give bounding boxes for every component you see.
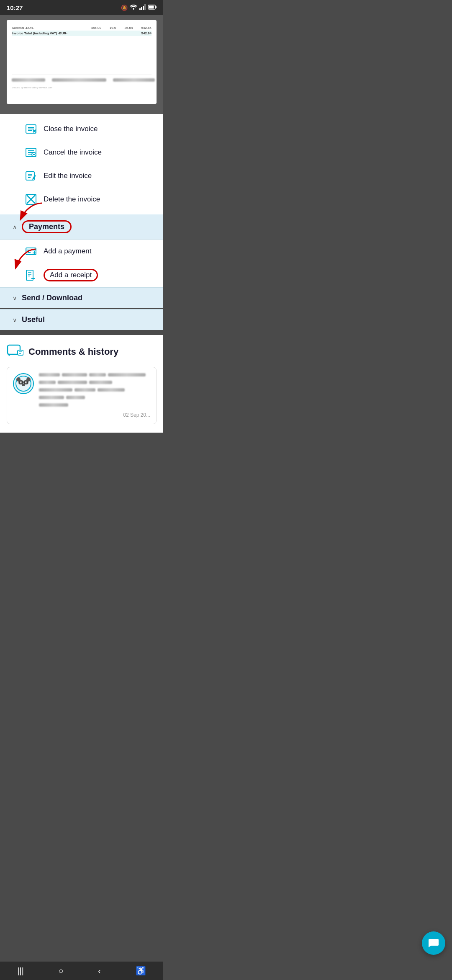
svg-rect-35 <box>18 350 23 355</box>
subtotal-val1: 456.00 <box>91 26 101 30</box>
payments-section-wrapper: ∧ Payments Add a payment <box>0 214 163 287</box>
svg-rect-7 <box>149 5 154 8</box>
delete-invoice-label: Delete the invoice <box>44 195 100 204</box>
arrow-to-payments <box>13 201 46 222</box>
svg-rect-6 <box>155 6 157 8</box>
comments-title: Comments & history <box>28 346 118 357</box>
comment-timestamp: 02 Sep 20... <box>39 412 150 418</box>
edit-invoice-icon <box>25 170 37 182</box>
menu-section: Close the invoice Cancel the invoice <box>0 114 163 214</box>
total-value: 542.64 <box>141 31 152 35</box>
cancel-invoice-label: Cancel the invoice <box>44 148 102 157</box>
avatar <box>13 373 34 394</box>
subtotal-val2: 19.0 <box>110 26 116 30</box>
subtotal-val4: 542.64 <box>141 26 152 30</box>
close-invoice-item[interactable]: Close the invoice <box>0 117 163 141</box>
subtotal-val3: 86.64 <box>125 26 133 30</box>
signal-icon <box>139 4 146 11</box>
edit-invoice-label: Edit the invoice <box>44 172 92 180</box>
battery-icon <box>148 5 157 11</box>
status-time: 10:27 <box>7 4 23 11</box>
send-download-label: Send / Download <box>22 294 82 302</box>
send-download-chevron: ∨ <box>13 295 17 302</box>
arrow-to-receipt <box>8 247 42 270</box>
send-download-section[interactable]: ∨ Send / Download <box>0 287 163 308</box>
mute-icon: 🔕 <box>121 5 128 11</box>
comment-text: 02 Sep 20... <box>39 373 150 418</box>
add-receipt-label: Add a receipt <box>50 271 92 279</box>
invoice-paper: Subtotal -EUR- 456.00 19.0 86.64 542.64 … <box>7 20 157 104</box>
svg-point-44 <box>26 382 26 382</box>
useful-chevron: ∨ <box>13 317 17 323</box>
svg-rect-4 <box>144 4 146 10</box>
status-icons: 🔕 <box>121 4 157 11</box>
comments-section: Comments & history <box>0 335 163 433</box>
svg-point-0 <box>133 8 134 10</box>
cancel-invoice-icon <box>25 147 37 158</box>
payments-label: Payments <box>29 222 64 231</box>
edit-invoice-item[interactable]: Edit the invoice <box>0 164 163 188</box>
wifi-icon <box>130 4 137 11</box>
subtotal-row: Subtotal -EUR- 456.00 19.0 86.64 542.64 <box>12 25 152 31</box>
useful-label: Useful <box>22 315 45 324</box>
svg-rect-2 <box>141 7 142 10</box>
svg-rect-3 <box>143 6 144 10</box>
add-payment-label: Add a payment <box>44 247 91 255</box>
svg-rect-1 <box>139 8 141 10</box>
invoice-preview: Subtotal -EUR- 456.00 19.0 86.64 542.64 … <box>0 15 163 114</box>
total-row: Invoice Total (including VAT) -EUR- 542.… <box>12 31 152 36</box>
cancel-invoice-item[interactable]: Cancel the invoice <box>0 141 163 164</box>
subtotal-label: Subtotal -EUR- <box>12 26 34 30</box>
add-receipt-wrapper: Add a receipt <box>0 263 163 287</box>
payments-items: Add a payment <box>0 240 163 287</box>
comment-card: 02 Sep 20... <box>7 367 157 424</box>
close-invoice-label: Close the invoice <box>44 125 98 133</box>
payments-chevron: ∧ <box>13 224 17 230</box>
add-receipt-icon <box>25 269 37 281</box>
invoice-footer <box>12 75 152 84</box>
invoice-created: created by online-billing-service.com <box>12 86 152 89</box>
total-label: Invoice Total (including VAT) -EUR- <box>12 31 67 35</box>
payments-label-circled: Payments <box>22 220 72 233</box>
status-bar: 10:27 🔕 <box>0 0 163 15</box>
comments-header: Comments & history <box>7 343 157 360</box>
useful-section[interactable]: ∨ Useful <box>0 309 163 330</box>
comments-icon <box>7 343 23 360</box>
add-receipt-circled: Add a receipt <box>44 269 98 281</box>
svg-point-43 <box>21 382 21 382</box>
close-invoice-icon <box>25 123 37 135</box>
